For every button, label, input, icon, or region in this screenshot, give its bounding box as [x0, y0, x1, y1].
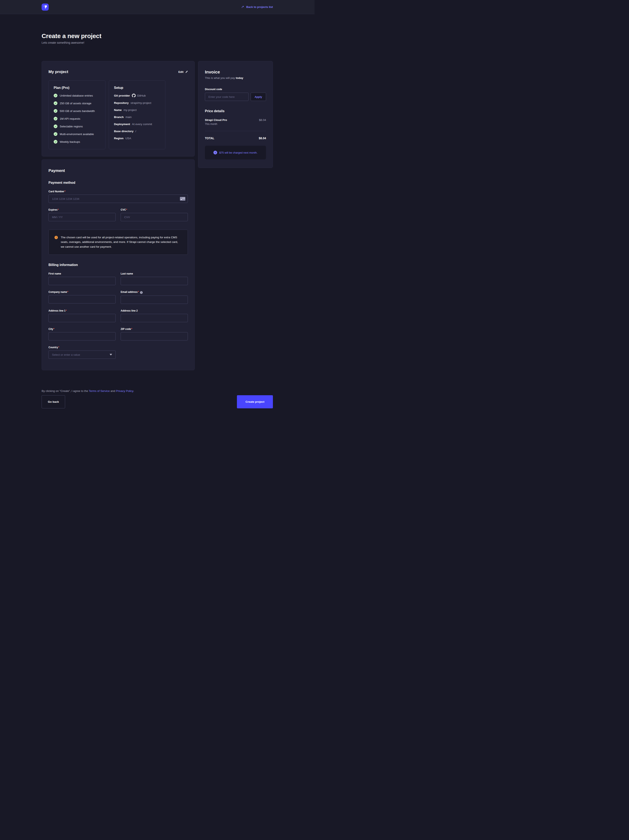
- plan-feature-label: 500 GB of assets bandwidth: [60, 109, 95, 113]
- invoice-subtitle-emphasis: today: [236, 76, 243, 79]
- expires-input[interactable]: [49, 213, 116, 221]
- check-icon: [54, 132, 57, 136]
- plan-card: Plan (Pro) Unlimited database entries 25…: [49, 81, 106, 149]
- address-line2-input[interactable]: [121, 314, 188, 322]
- strapi-logo[interactable]: [42, 3, 49, 11]
- check-icon: [54, 101, 57, 105]
- edit-button[interactable]: Edit: [178, 70, 188, 73]
- info-icon: i: [140, 291, 143, 294]
- address-line2-label: Address line 2: [121, 309, 188, 312]
- invoice-title: Invoice: [205, 69, 266, 74]
- setup-row: Repository strapi/my-project: [114, 101, 160, 104]
- discount-code-input[interactable]: [205, 93, 249, 101]
- line-item-amount: $8.04: [259, 118, 266, 122]
- setup-label: Branch: [114, 115, 124, 118]
- plan-feature-label: Weekly backups: [60, 140, 80, 144]
- total-label: TOTAL: [205, 137, 214, 140]
- warning-icon: !: [55, 236, 58, 239]
- edit-button-label: Edit: [178, 70, 183, 73]
- address-line1-label: Address line 1*: [49, 309, 116, 312]
- page-subtitle: Lets create something awesome!: [42, 41, 273, 44]
- cvc-input[interactable]: [121, 213, 188, 221]
- apply-button[interactable]: Apply: [251, 93, 266, 101]
- setup-value: GitHub: [137, 94, 146, 97]
- back-arrow-icon: [241, 5, 244, 8]
- privacy-policy-link[interactable]: Privacy Policy: [116, 389, 133, 393]
- setup-label: Name: [114, 109, 122, 112]
- card-number-input[interactable]: [49, 194, 188, 203]
- plan-feature-item: Unlimited database entries: [54, 94, 100, 97]
- city-input[interactable]: [49, 332, 116, 341]
- setup-label: Repository: [114, 101, 129, 104]
- check-icon: [54, 94, 57, 97]
- required-marker: *: [126, 208, 127, 211]
- create-project-button[interactable]: Create project: [237, 395, 273, 408]
- invoice-subtitle: This is what you will pay today: [205, 76, 266, 79]
- payment-title: Payment: [49, 168, 188, 173]
- first-name-input[interactable]: [49, 277, 116, 285]
- expires-label: Expires*: [49, 208, 116, 211]
- setup-value: strapi/my-project: [131, 101, 151, 104]
- setup-label: Region: [114, 137, 123, 140]
- check-icon: [54, 140, 57, 144]
- country-label: Country*: [49, 346, 116, 349]
- setup-row: Branch main: [114, 115, 160, 118]
- back-to-projects-link[interactable]: Back to projects list: [241, 5, 273, 8]
- setup-value: main: [126, 115, 132, 118]
- github-icon: [132, 94, 136, 97]
- email-address-label: Email address*i: [121, 291, 188, 294]
- back-link-label: Back to projects list: [246, 5, 273, 8]
- country-select-placeholder: Select or enter a value: [52, 353, 80, 356]
- project-card: My project Edit Plan (Pro): [42, 61, 195, 156]
- dropdown-arrow-icon: [110, 354, 112, 355]
- next-month-note: i $75 will be charged next month.: [205, 146, 266, 159]
- last-name-label: Last name: [121, 272, 188, 275]
- page-title: Create a new project: [42, 32, 273, 39]
- go-back-button[interactable]: Go back: [42, 395, 65, 408]
- setup-value: /: [136, 129, 136, 133]
- company-name-input[interactable]: [49, 295, 116, 303]
- info-icon: i: [213, 151, 217, 155]
- check-icon: [54, 117, 57, 120]
- last-name-input[interactable]: [121, 277, 188, 285]
- card-usage-notice-text: The chosen card will be used for all pro…: [61, 235, 182, 249]
- next-month-note-text: $75 will be charged next month.: [219, 151, 257, 154]
- required-marker: *: [58, 346, 59, 349]
- plan-feature-item: 500 GB of assets bandwidth: [54, 109, 100, 113]
- check-icon: [54, 109, 57, 113]
- line-item-period: This month: [205, 123, 227, 125]
- terms-of-service-link[interactable]: Terms of Service: [89, 389, 110, 393]
- setup-label: Base directory: [114, 129, 134, 133]
- line-item-name: Strapi Cloud Pro: [205, 118, 227, 122]
- required-marker: *: [66, 309, 67, 312]
- price-line-item: Strapi Cloud Pro This month $8.04: [205, 118, 266, 125]
- email-address-input[interactable]: [121, 295, 188, 304]
- total-row: TOTAL $8.04: [205, 137, 266, 140]
- plan-feature-item: 250 GB of assets storage: [54, 101, 100, 105]
- plan-feature-label: 250 GB of assets storage: [60, 102, 91, 105]
- project-card-title: My project: [49, 69, 68, 74]
- country-select[interactable]: Select or enter a value: [49, 351, 116, 359]
- setup-card: Setup Git provider GitHub Repository: [109, 81, 166, 149]
- card-number-label: Card Number*: [49, 190, 188, 193]
- pencil-icon: [185, 71, 188, 73]
- required-marker: *: [65, 190, 66, 193]
- setup-row: Region USA: [114, 137, 160, 140]
- first-name-label: First name: [49, 272, 116, 275]
- discount-code-label: Discount code: [205, 88, 266, 91]
- plan-feature-item: Weekly backups: [54, 140, 100, 144]
- required-marker: *: [54, 328, 55, 330]
- required-marker: *: [67, 291, 68, 294]
- setup-row: Name my-project: [114, 109, 160, 112]
- plan-feature-list: Unlimited database entries 250 GB of ass…: [54, 94, 100, 144]
- address-line1-input[interactable]: [49, 314, 116, 322]
- setup-rows: Git provider GitHub Repository strapi/my…: [114, 94, 160, 140]
- plan-feature-item: Multi-environment available: [54, 132, 100, 136]
- zip-code-input[interactable]: [121, 332, 188, 341]
- plan-title: Plan (Pro): [54, 86, 100, 90]
- plan-feature-label: Multi-environment available: [60, 133, 94, 136]
- setup-value: my-project: [123, 109, 137, 112]
- credit-card-icon: [180, 197, 185, 201]
- plan-feature-label: Selectable regions: [60, 125, 83, 128]
- zip-code-label: ZIP code*: [121, 328, 188, 330]
